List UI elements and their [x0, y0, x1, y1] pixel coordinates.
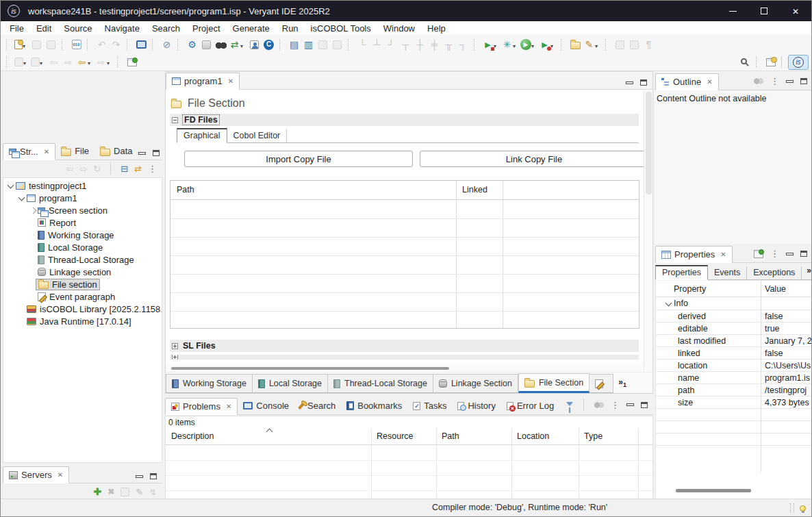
distribute-button[interactable]: ╪ — [427, 37, 442, 52]
tab-cobol-editor[interactable]: Cobol Editor — [227, 129, 288, 142]
menu-item-source[interactable]: Source — [58, 21, 98, 35]
property-row[interactable]: path /testingproj — [656, 384, 812, 396]
new-wizard-button[interactable] — [14, 37, 29, 52]
tab-data[interactable]: Data — [94, 142, 138, 160]
property-group-info[interactable]: Info — [656, 297, 812, 310]
property-row[interactable]: location C:\Users\Us — [656, 360, 812, 372]
tab-linkage-section[interactable]: Linkage Section — [433, 374, 518, 393]
tree-item-program1[interactable]: program1 — [3, 192, 162, 204]
user-settings-button[interactable] — [247, 37, 262, 52]
dropdown-caret-icon[interactable] — [240, 40, 246, 50]
minimize-button[interactable] — [717, 1, 748, 21]
close-tab-icon[interactable] — [228, 77, 233, 85]
property-row[interactable]: editable true — [656, 323, 812, 335]
scrollbar-thumb[interactable] — [646, 92, 652, 194]
fd-table-body[interactable] — [170, 201, 639, 328]
delete-server-icon[interactable]: ✖ — [107, 487, 114, 496]
view-menu-icon[interactable] — [148, 164, 157, 174]
debug-server-icon[interactable]: ↯ — [149, 487, 157, 497]
open-resource-button[interactable] — [568, 37, 583, 52]
redo-button[interactable]: ↷ — [109, 37, 123, 52]
pull-down-button[interactable] — [14, 55, 30, 70]
expander-icon[interactable] — [17, 193, 27, 203]
dropdown-caret-icon[interactable] — [513, 40, 519, 50]
menu-item-edit[interactable]: Edit — [30, 21, 58, 35]
next-edit-button[interactable]: ⇨ — [61, 55, 75, 70]
show-whitespace-button[interactable]: ¶ — [642, 37, 656, 52]
view-menu-icon[interactable] — [770, 76, 779, 86]
dropdown-caret-icon[interactable] — [40, 57, 46, 67]
add-server-icon[interactable]: ✚ — [93, 486, 101, 497]
close-tab-icon[interactable] — [720, 251, 726, 258]
collapse-section-icon[interactable] — [172, 117, 178, 123]
dropdown-caret-icon[interactable] — [550, 40, 557, 50]
tree-item-screen-section[interactable]: Screen section — [3, 204, 162, 216]
same-width-button[interactable]: ╥ — [442, 37, 456, 52]
tree-item-java-runtime[interactable]: Java Runtime [17.0.14] — [3, 315, 162, 327]
pin-view-icon[interactable] — [754, 250, 763, 258]
dropdown-caret-icon[interactable] — [23, 57, 29, 67]
tree-item-file-section[interactable]: File section — [3, 278, 162, 290]
tab-file-section[interactable]: File Section — [518, 373, 589, 393]
maximize-button[interactable] — [748, 1, 780, 21]
vertical-scrollbar[interactable] — [644, 90, 652, 373]
dropdown-caret-icon[interactable] — [107, 57, 113, 67]
search-binoculars-button[interactable] — [214, 37, 228, 52]
refresh-sync-button[interactable]: ⇄ — [228, 37, 247, 52]
view-menu-icon[interactable] — [611, 400, 620, 410]
tab-search[interactable]: Search — [294, 397, 341, 414]
pin-editor-button[interactable] — [125, 55, 139, 70]
fd-files-section-header[interactable]: FD Files — [170, 114, 639, 126]
compile-button[interactable]: C — [262, 37, 276, 52]
tab-graphical[interactable]: Graphical — [177, 128, 227, 143]
tab-local-storage[interactable]: Local Storage — [253, 374, 328, 393]
tab-overflow-button[interactable]: »2 — [802, 266, 812, 277]
filter-icon[interactable] — [566, 402, 573, 406]
data-view-button[interactable]: ▥ — [301, 37, 316, 52]
tree-item-thread-local-storage[interactable]: Thread-Local Storage — [3, 253, 162, 266]
build-settings-button[interactable]: ⚙ — [185, 37, 199, 52]
dropdown-caret-icon[interactable] — [88, 57, 94, 67]
align-right-button[interactable]: ┘ — [384, 37, 398, 52]
maximize-view-button[interactable] — [800, 78, 807, 84]
forward-icon[interactable]: ⇨ — [79, 164, 87, 174]
minimize-view-button[interactable] — [138, 152, 146, 155]
tab-properties-view[interactable]: Properties — [655, 246, 733, 263]
expander-icon[interactable] — [6, 181, 16, 190]
column-linked[interactable]: Linked — [456, 181, 503, 199]
back-history-button[interactable]: ⇦ — [75, 55, 94, 70]
profile-button[interactable]: ▶ — [538, 37, 557, 52]
dropdown-caret-icon[interactable] — [595, 40, 601, 50]
column-property[interactable]: Property — [656, 284, 761, 294]
tab-history[interactable]: History — [452, 397, 500, 414]
tree-item-iscobol-library[interactable]: isCOBOL Library [2025.2.1158.7] — [3, 303, 162, 315]
expander-icon[interactable] — [28, 205, 38, 215]
tab-working-storage[interactable]: Working Storage — [166, 374, 253, 393]
column-path[interactable]: Path — [436, 429, 511, 444]
import-copy-file-button[interactable]: Import Copy File — [184, 151, 413, 167]
back-icon[interactable]: ⇦ — [66, 164, 73, 174]
table-view-button[interactable]: ▤ — [287, 37, 301, 52]
tab-overflow-button[interactable]: »1 — [613, 377, 631, 388]
open-server-icon[interactable] — [120, 488, 129, 496]
link-copy-file-button[interactable]: Link Copy File — [420, 151, 648, 167]
close-tab-icon[interactable] — [226, 403, 231, 410]
column-path[interactable]: Path — [170, 181, 456, 199]
close-tab-icon[interactable] — [44, 148, 49, 155]
property-row[interactable]: size 4,373 bytes — [656, 396, 812, 409]
tab-bookmarks[interactable]: Bookmarks — [341, 397, 407, 414]
close-tab-icon[interactable] — [707, 78, 712, 86]
tab-tasks[interactable]: Tasks — [407, 397, 452, 414]
screen-designer-button[interactable] — [316, 37, 330, 52]
close-tab-icon[interactable] — [58, 471, 63, 479]
maximize-view-button[interactable] — [150, 473, 157, 479]
same-height-button[interactable]: ┐ — [456, 37, 470, 52]
previous-edit-button[interactable]: ⇦ — [47, 55, 61, 70]
tab-file[interactable]: File — [55, 142, 94, 160]
minimize-view-button[interactable] — [136, 475, 143, 478]
tree-item-working-storage[interactable]: Working Storage — [3, 229, 162, 241]
debug-button[interactable]: ✳ — [500, 37, 520, 52]
property-row[interactable]: last modified January 7, 20 — [656, 335, 812, 347]
fd-files-table[interactable]: Path Linked — [170, 180, 639, 329]
layout-view-button[interactable] — [330, 37, 344, 52]
